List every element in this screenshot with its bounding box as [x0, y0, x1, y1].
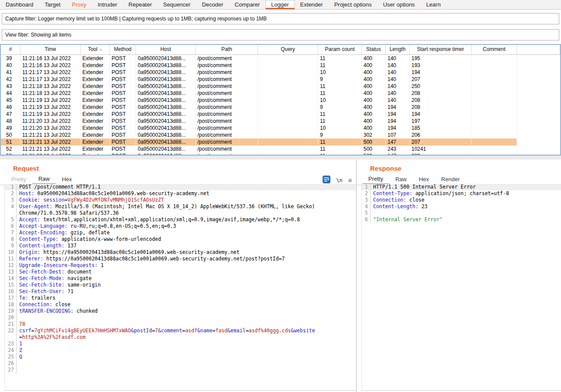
response-editor[interactable]: 1HTTP/1.1 500 Internal Server Error2Cont… [361, 184, 561, 391]
log-row-48[interactable]: 4811:21:20 13 Jul 2022ExtenderPOST0a9500… [1, 118, 560, 125]
log-row-49[interactable]: 4911:21:20 13 Jul 2022ExtenderPOST0a9500… [1, 125, 560, 132]
response-tab-pretty[interactable]: Pretty [362, 174, 389, 185]
main-tab-logger[interactable]: Logger [265, 0, 294, 9]
table-cell [258, 145, 318, 152]
table-cell [472, 125, 517, 132]
column-header-time[interactable]: Time [20, 45, 81, 55]
table-cell: 194 [410, 69, 472, 76]
request-tab-pretty[interactable]: Pretty [5, 174, 32, 185]
table-cell: 11:21:21 13 Jul 2022 [20, 132, 81, 139]
main-tab-proxy[interactable]: Proxy [66, 0, 92, 9]
column-header-host[interactable]: Host [136, 45, 196, 55]
log-row-41[interactable]: 4111:21:17 13 Jul 2022ExtenderPOST0a9500… [1, 69, 560, 76]
editor-menu-icon[interactable]: ≡ [348, 177, 352, 184]
request-tab-hex[interactable]: Hex [56, 174, 78, 185]
main-tab-sequencer[interactable]: Sequencer [157, 0, 196, 9]
response-tab-raw[interactable]: Raw [389, 174, 413, 185]
log-row-39[interactable]: 3911:21:16 13 Jul 2022ExtenderPOST0a9500… [1, 55, 560, 62]
view-filter-bar[interactable]: View filter: Showing all items [2, 29, 559, 41]
table-cell: 140 [386, 83, 410, 90]
line-number: 13 [5, 269, 17, 275]
column-header-comment[interactable]: Comment [472, 45, 517, 55]
table-cell [258, 55, 318, 62]
log-row-50[interactable]: 5011:21:21 13 Jul 2022ExtenderPOST0a9500… [1, 132, 560, 139]
log-row-47[interactable]: 4711:21:19 13 Jul 2022ExtenderPOST0a9500… [1, 111, 560, 118]
table-cell: Extender [81, 90, 110, 97]
table-cell: 400 [362, 55, 386, 62]
log-row-53[interactable]: 5311:21:22 13 Jul 2022ExtenderPOST0a9500… [1, 152, 560, 155]
table-cell: 11:21:17 13 Jul 2022 [20, 69, 81, 76]
table-cell: POST [110, 76, 136, 83]
column-header-param-count[interactable]: Param count [318, 45, 362, 55]
table-cell: POST [110, 111, 136, 118]
table-cell: 140 [386, 76, 410, 83]
table-cell: Extender [81, 125, 110, 132]
main-tab-comparer[interactable]: Comparer [229, 0, 265, 9]
table-cell-filler [517, 90, 560, 97]
main-tab-repeater[interactable]: Repeater [123, 0, 157, 9]
log-row-42[interactable]: 4211:21:17 13 Jul 2022ExtenderPOST0a9500… [1, 76, 560, 83]
main-tab-dashboard[interactable]: Dashboard [0, 0, 39, 9]
main-tab-learn[interactable]: Learn [421, 0, 446, 9]
table-cell [258, 97, 318, 104]
code-line: 14Sec-Fetch-Mode: navigate [5, 275, 356, 282]
main-tab-target[interactable]: Target [39, 0, 66, 9]
log-row-44[interactable]: 4411:21:18 13 Jul 2022ExtenderPOST0a9500… [1, 90, 560, 97]
table-cell: 45 [1, 97, 20, 104]
main-tab-intruder[interactable]: Intruder [92, 0, 123, 9]
horizontal-splitter[interactable] [0, 155, 561, 159]
capture-filter-bar[interactable]: Capture filter: Logger memory limit set … [2, 13, 559, 24]
newline-toggle-icon[interactable]: \n [336, 177, 342, 183]
table-cell: 10241 [410, 145, 472, 152]
column-header-tool[interactable]: Tool∧ [81, 45, 110, 55]
line-number: 7 [5, 230, 17, 236]
logger-table: #TimeTool∧MethodHostPathQueryParam count… [0, 44, 561, 155]
table-cell [472, 55, 517, 62]
message-editors: Request PrettyRawHex \n ≡ 1POST /post/co… [0, 159, 561, 392]
table-cell [472, 90, 517, 97]
table-cell: 51 [1, 139, 20, 145]
main-tab-user-options[interactable]: User options [377, 0, 421, 9]
log-row-52[interactable]: 5211:21:21 13 Jul 2022ExtenderPOST0a9500… [1, 145, 560, 152]
log-row-40[interactable]: 4011:21:16 13 Jul 2022ExtenderPOST0a9500… [1, 62, 560, 69]
line-number: 3 [362, 197, 371, 203]
table-cell: POST [110, 104, 136, 111]
main-tab-project-options[interactable]: Project options [329, 0, 377, 9]
table-cell: 11:21:21 13 Jul 2022 [20, 139, 81, 145]
table-cell: /post/comment [196, 118, 258, 125]
table-cell: 140 [386, 69, 410, 76]
request-tab-raw[interactable]: Raw [32, 174, 56, 185]
line-text: Accept-Encoding: gzip, deflate [17, 230, 315, 236]
column-header-path[interactable]: Path [196, 45, 258, 55]
table-cell: 140 [386, 62, 410, 69]
line-number: 2 [5, 190, 17, 197]
column-header-status[interactable]: Status [362, 45, 386, 55]
table-cell: /post/comment [196, 132, 258, 139]
column-header-start-response-timer[interactable]: Start response timer [410, 45, 472, 55]
main-tab-extender[interactable]: Extender [295, 0, 329, 9]
log-row-46[interactable]: 4611:21:19 13 Jul 2022ExtenderPOST0a9500… [1, 104, 560, 111]
main-tab-decoder[interactable]: Decoder [196, 0, 229, 9]
response-tab-render[interactable]: Render [435, 174, 466, 185]
table-cell: 107 [386, 132, 410, 139]
column-header-length[interactable]: Length [386, 45, 410, 55]
line-text: Content-Length: 23 [371, 203, 561, 210]
table-cell-filler [517, 97, 560, 104]
table-cell [258, 118, 318, 125]
table-cell: 302 [362, 132, 386, 139]
log-row-51[interactable]: 5111:21:21 13 Jul 2022ExtenderPOST0a9500… [1, 139, 560, 145]
response-tab-hex[interactable]: Hex [413, 174, 435, 185]
line-text [17, 314, 315, 321]
log-row-45[interactable]: 4511:21:19 13 Jul 2022ExtenderPOST0a9500… [1, 97, 560, 104]
table-cell: 243 [386, 145, 410, 152]
code-line: 4User-Agent: Mozilla/5.0 (Macintosh; Int… [5, 203, 356, 216]
table-cell-filler [517, 55, 560, 62]
log-row-43[interactable]: 4311:21:18 13 Jul 2022ExtenderPOST0a9500… [1, 83, 560, 90]
column-header-method[interactable]: Method [110, 45, 136, 55]
line-number: 17 [5, 295, 17, 301]
request-editor[interactable]: 1POST /post/comment HTTP/1.12Host: 0a950… [4, 184, 356, 391]
column-header-#[interactable]: # [1, 45, 20, 55]
column-header-query[interactable]: Query [258, 45, 318, 55]
table-cell: /post/comment [196, 97, 258, 104]
table-cell: 11:21:21 13 Jul 2022 [20, 145, 81, 152]
